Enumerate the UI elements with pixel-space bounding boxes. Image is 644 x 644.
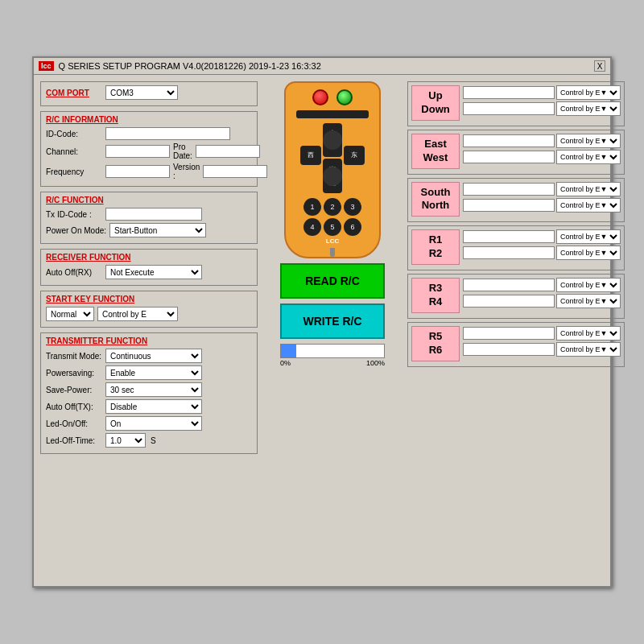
eastwest-input-2[interactable] xyxy=(463,151,555,163)
start-key-mode-select[interactable]: Normal xyxy=(46,307,94,321)
r3r4-input-2[interactable] xyxy=(463,295,555,308)
remote-top-buttons xyxy=(312,89,353,105)
r1r2-section: R1R2 Control by E▼ Control by E▼ xyxy=(407,225,625,270)
com-port-label: COM PORT xyxy=(46,89,102,97)
rc-function-section: R/C FUNCTION Tx ID-Code : Power On Mode:… xyxy=(40,192,258,244)
progress-max-label: 100% xyxy=(366,359,385,367)
com-port-select[interactable]: COM3 xyxy=(105,85,178,100)
version-input[interactable] xyxy=(203,165,267,178)
title-bar: lcc Q SERIES SETUP PROGRAM V4.0(20181226… xyxy=(34,58,610,75)
remote-num-6: 6 xyxy=(344,218,361,236)
r3r4-input-1[interactable] xyxy=(463,279,555,291)
eastwest-label: EastWest xyxy=(411,134,460,169)
southnorth-select-1[interactable]: Control by E▼ xyxy=(556,182,621,196)
progress-min-label: 0% xyxy=(280,359,291,367)
updown-select-2[interactable]: Control by E▼ xyxy=(556,101,621,116)
r5r6-select-1[interactable]: Control by E▼ xyxy=(556,326,621,341)
southnorth-input-2[interactable] xyxy=(463,199,555,212)
r5r6-row-1: Control by E▼ xyxy=(463,326,621,341)
powersaving-label: Powersaving: xyxy=(46,369,102,378)
led-off-select[interactable]: 1.0 xyxy=(105,433,146,448)
frequency-row: Frequency Version : xyxy=(46,163,252,180)
powersaving-row: Powersaving: Enable xyxy=(46,365,252,380)
auto-off-tx-label: Auto Off(TX): xyxy=(46,402,102,411)
right-panel: UpDown Control by E▼ Control by E▼ xyxy=(407,81,625,577)
power-on-select[interactable]: Start-Button xyxy=(109,223,206,237)
close-button[interactable]: X xyxy=(594,60,605,72)
eastwest-row-1: Control by E▼ xyxy=(463,134,621,148)
middle-panel: 上 下 西 东 南 北 1 2 3 4 5 6 xyxy=(264,81,401,577)
r1r2-select-1[interactable]: Control by E▼ xyxy=(556,229,621,244)
auto-off-rx-select[interactable]: Not Execute xyxy=(105,265,202,279)
remote-green-button xyxy=(336,89,353,105)
progress-bar-fill xyxy=(281,345,296,357)
eastwest-input-1[interactable] xyxy=(463,134,555,147)
r5r6-select-2[interactable]: Control by E▼ xyxy=(556,342,621,357)
receiver-section: RECEIVER FUNCTION Auto Off(RX) Not Execu… xyxy=(40,249,258,286)
auto-off-rx-label: Auto Off(RX) xyxy=(46,268,102,277)
updown-select-1[interactable]: Control by E▼ xyxy=(556,85,621,100)
channel-row: Channel: Pro Date: xyxy=(46,142,252,160)
remote-numpad: 1 2 3 4 5 6 xyxy=(303,198,361,236)
r1r2-input-2[interactable] xyxy=(463,246,555,259)
frequency-input[interactable] xyxy=(105,165,170,178)
r3r4-inputs: Control by E▼ Control by E▼ xyxy=(463,278,621,313)
updown-row-2: Control by E▼ xyxy=(463,101,621,116)
r5r6-label: R5R6 xyxy=(411,326,460,361)
remote-num-4: 4 xyxy=(303,218,321,236)
r5r6-input-1[interactable] xyxy=(463,327,555,340)
progress-bar-container xyxy=(280,344,385,358)
save-power-select[interactable]: 30 sec xyxy=(105,382,202,397)
remote-cross-center2 xyxy=(323,167,342,186)
remote-num-5: 5 xyxy=(324,218,341,236)
led-on-label: Led-On/Off: xyxy=(46,419,102,428)
southnorth-select-2[interactable]: Control by E▼ xyxy=(556,198,621,213)
save-power-row: Save-Power: 30 sec xyxy=(46,382,252,397)
id-code-input[interactable] xyxy=(105,127,230,140)
r1r2-label: R1R2 xyxy=(411,229,460,265)
remote-num-1: 1 xyxy=(303,198,321,216)
remote-hook xyxy=(330,248,335,257)
updown-section: UpDown Control by E▼ Control by E▼ xyxy=(407,81,625,126)
com-port-section: COM PORT COM3 xyxy=(40,81,258,106)
led-off-row: Led-Off-Time: 1.0 S xyxy=(46,433,252,448)
southnorth-input-1[interactable] xyxy=(463,183,555,196)
updown-input-2[interactable] xyxy=(463,102,555,115)
updown-input-1[interactable] xyxy=(463,86,555,99)
remote-red-button xyxy=(312,89,328,105)
r1r2-inputs: Control by E▼ Control by E▼ xyxy=(463,229,621,265)
tx-id-row: Tx ID-Code : xyxy=(46,208,252,221)
remote-num-3: 3 xyxy=(344,198,361,216)
r5r6-input-2[interactable] xyxy=(463,343,555,356)
r5r6-section: R5R6 Control by E▼ Control by E▼ xyxy=(407,322,625,367)
r3r4-select-2[interactable]: Control by E▼ xyxy=(556,294,621,308)
tx-id-input[interactable] xyxy=(105,208,202,221)
lcc-badge: lcc xyxy=(39,61,54,71)
read-rc-button[interactable]: READ R/C xyxy=(280,263,385,299)
pro-date-input[interactable] xyxy=(196,145,260,158)
auto-off-tx-select[interactable]: Disable xyxy=(105,399,202,414)
southnorth-label: SouthNorth xyxy=(411,182,460,217)
eastwest-select-1[interactable]: Control by E▼ xyxy=(556,134,621,148)
write-rc-button[interactable]: WRITE R/C xyxy=(280,303,385,339)
auto-off-rx-row: Auto Off(RX) Not Execute xyxy=(46,265,252,279)
led-off-label: Led-Off-Time: xyxy=(46,436,102,445)
updown-row-1: Control by E▼ xyxy=(463,85,621,100)
title-bar-left: lcc Q SERIES SETUP PROGRAM V4.0(20181226… xyxy=(39,61,321,71)
r3r4-group: R3R4 Control by E▼ Control by E▼ xyxy=(411,278,621,313)
power-on-label: Power On Mode: xyxy=(46,226,106,235)
channel-input[interactable] xyxy=(105,145,170,158)
powersaving-select[interactable]: Enable xyxy=(105,365,202,380)
start-key-row: Normal Control by E xyxy=(46,307,252,321)
eastwest-select-2[interactable]: Control by E▼ xyxy=(556,150,621,164)
r3r4-label: R3R4 xyxy=(411,278,460,313)
r1r2-input-1[interactable] xyxy=(463,230,555,243)
start-key-control-select[interactable]: Control by E xyxy=(97,307,178,321)
auto-off-tx-row: Auto Off(TX): Disable xyxy=(46,399,252,414)
r1r2-select-2[interactable]: Control by E▼ xyxy=(556,246,621,260)
transmit-mode-select[interactable]: Continuous xyxy=(105,349,202,363)
led-off-unit: S xyxy=(151,436,156,445)
r3r4-select-1[interactable]: Control by E▼ xyxy=(556,278,621,292)
transmit-mode-row: Transmit Mode: Continuous xyxy=(46,349,252,363)
led-on-select[interactable]: On xyxy=(105,416,202,431)
